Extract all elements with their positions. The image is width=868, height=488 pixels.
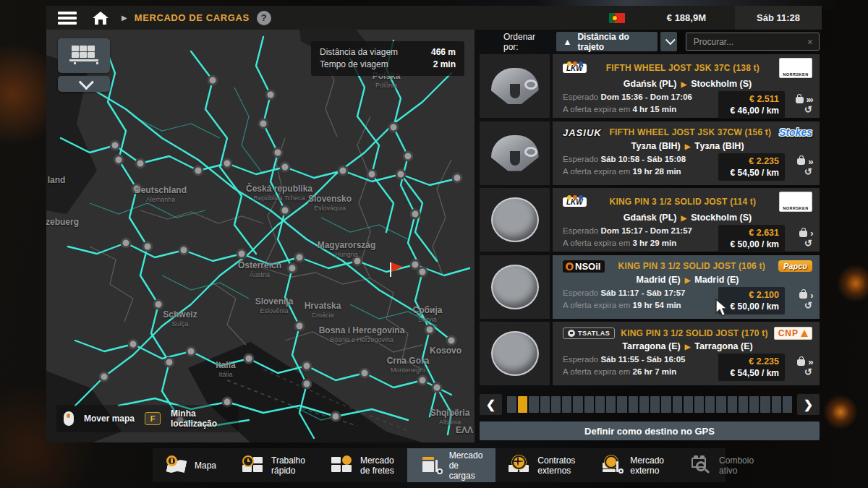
cargo-market-icon (420, 455, 442, 475)
tab-label: Mercado de cargas (449, 450, 483, 481)
home-icon[interactable] (93, 12, 109, 25)
sort-bar: Ordenar por: ▲ Distância do trajeto × (480, 32, 820, 51)
sort-selected-value: Distância do trajeto (577, 32, 650, 52)
king-pin-image (491, 331, 539, 376)
page-block[interactable] (684, 396, 693, 413)
route: Gdańsk (PL)▶Stockholm (S) (563, 77, 812, 91)
price-box: € 2.100 € 50,00 / km (718, 287, 785, 314)
tab-freight-market[interactable]: Mercado de fretes (318, 448, 407, 482)
top-bar: ▶ MERCADO DE CARGAS ? € 188,9M Sáb 11:28 (46, 6, 822, 30)
route-arrow-icon: ▶ (685, 343, 691, 351)
cargo-row-selected[interactable]: NSOil KING PIN 3 1/2 SOLID JOST (106 t) … (480, 255, 820, 319)
set-gps-destination-button[interactable]: Definir como destino no GPS (480, 421, 820, 440)
breadcrumb-arrow-icon: ▶ (122, 14, 127, 22)
sort-dropdown-toggle[interactable] (660, 32, 677, 51)
company-logo: JASIUK (563, 127, 602, 138)
page-block[interactable] (705, 396, 715, 413)
tab-quick-job[interactable]: Trabalho rápido (229, 448, 318, 482)
tab-map[interactable]: Mapa (153, 448, 229, 482)
cargo-thumbnail (480, 188, 550, 252)
page-block[interactable] (739, 396, 748, 413)
page-block[interactable] (661, 396, 671, 413)
cargo-title: KING PIN 3 1/2 SOLID JOST (170 t) (615, 328, 773, 338)
page-block[interactable] (772, 396, 781, 413)
page-block[interactable] (573, 396, 582, 413)
money-balance: € 188,9M (667, 12, 706, 23)
page-block[interactable] (540, 396, 550, 413)
menu-icon[interactable] (58, 12, 77, 25)
cargo-meta: Esperado Dom 15:17 - Dom 21:57 A oferta … (563, 225, 718, 252)
trip-distance-value: 466 m (431, 46, 456, 59)
weight-icon (797, 158, 805, 165)
bottom-nav: Mapa Trabalho rápido Mercado de fretes (153, 448, 726, 482)
help-icon[interactable]: ? (257, 11, 271, 25)
cargo-title: KING PIN 3 1/2 SOLID JOST (114 t) (587, 197, 779, 207)
return-loop-icon: ↺ (804, 106, 812, 114)
page-block[interactable] (760, 396, 770, 413)
cargo-rate: € 46,00 / km (724, 105, 779, 116)
pagination-blocks (507, 396, 792, 413)
page-block[interactable] (562, 396, 571, 413)
page-block[interactable] (551, 396, 561, 413)
page-block[interactable] (617, 396, 626, 413)
prev-page-button[interactable]: ❮ (480, 394, 502, 415)
trailer-filter-button[interactable] (58, 38, 110, 73)
cargo-price: € 2.235 (724, 155, 779, 167)
page-block[interactable] (749, 396, 759, 413)
tab-external-market[interactable]: Mercado externo (588, 448, 677, 482)
map-canvas (46, 30, 475, 442)
cargo-meta: Esperado Dom 15:36 - Dom 17:06 A oferta … (563, 91, 718, 119)
speed-chevrons-icon: › (810, 229, 812, 238)
pagination: ❮ ❯ (480, 394, 820, 415)
collapse-map-controls-button[interactable] (58, 76, 110, 92)
page-block[interactable] (728, 396, 737, 413)
client-logo: NORRSKEN (779, 58, 812, 78)
page-block[interactable] (606, 396, 616, 413)
page-block[interactable] (507, 396, 516, 413)
search-box: × (686, 33, 820, 51)
tab-label: Mapa (195, 461, 216, 471)
company-logo: NSOil (563, 260, 605, 273)
cargo-thumbnail (480, 322, 550, 385)
page-block[interactable] (783, 396, 792, 413)
page-block[interactable] (629, 396, 638, 413)
tab-label: Comboio ativo (719, 455, 754, 476)
search-input[interactable] (692, 36, 807, 48)
sort-dropdown[interactable]: ▲ Distância do trajeto (556, 32, 658, 51)
page-block[interactable] (694, 396, 704, 413)
cargo-price: € 2.631 (724, 227, 779, 239)
cargo-thumbnail (480, 255, 550, 319)
route-arrow-icon: ▶ (685, 276, 691, 284)
page-block[interactable] (639, 396, 649, 413)
weight-icon (799, 231, 807, 237)
cargo-thumbnail (480, 54, 550, 118)
cargo-price: € 2.100 (724, 289, 779, 301)
speed-chevrons-icon: › (810, 291, 812, 300)
page-block[interactable] (584, 396, 594, 413)
page-block-active[interactable] (518, 396, 527, 413)
trip-info-box: Distância da viagem466 m Tempo de viagem… (311, 41, 464, 76)
tab-external-contracts[interactable]: Contratos externos (495, 448, 588, 482)
page-block[interactable] (673, 396, 682, 413)
chevron-down-icon (665, 35, 676, 45)
cargo-row[interactable]: TSATLAS KING PIN 3 1/2 SOLID JOST (170 t… (480, 322, 820, 385)
page-block[interactable] (595, 396, 605, 413)
tab-label: Mercado de fretes (360, 455, 394, 476)
cargo-title: KING PIN 3 1/2 SOLID JOST (106 t) (605, 261, 778, 271)
trip-distance-label: Distância da viagem (320, 46, 398, 59)
page-block[interactable] (650, 396, 660, 413)
clear-search-icon[interactable]: × (807, 36, 813, 48)
page-block[interactable] (529, 396, 538, 413)
cargo-row[interactable]: LKW FIFTH WHEEL JOST JSK 37C (138 t) NOR… (480, 54, 820, 118)
cargo-price: € 2.235 (724, 356, 779, 367)
route-map[interactable]: PolskaPolônia DeutschlandAlemanha Česká … (46, 30, 475, 442)
fifth-wheel-image (491, 135, 539, 171)
game-time[interactable]: Sáb 11:28 (735, 6, 822, 30)
tab-cargo-market[interactable]: Mercado de cargas (407, 448, 496, 482)
cargo-row[interactable]: JASIUK FIFTH WHEEL JOST JSK 37CW (156 t)… (480, 121, 820, 185)
page-block[interactable] (716, 396, 726, 413)
cargo-row[interactable]: LKW KING PIN 3 1/2 SOLID JOST (114 t) NO… (480, 188, 820, 252)
client-logo: NORRSKEN (779, 192, 812, 212)
next-page-button[interactable]: ❯ (797, 394, 820, 415)
cargo-rate: € 54,50 / km (724, 167, 779, 179)
